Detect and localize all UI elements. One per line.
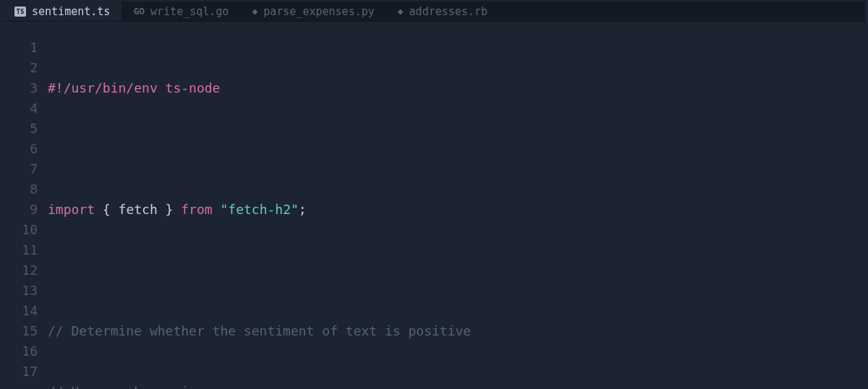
ts-icon: TS <box>14 7 26 17</box>
python-icon: ◆ <box>252 7 258 17</box>
line-number: 3 <box>3 78 38 98</box>
line-number: 6 <box>3 139 38 159</box>
code-editor[interactable]: 1 2 3 4 5 6 7 8 9 10 11 12 13 14 15 16 1… <box>3 22 865 389</box>
line-number: 16 <box>3 341 38 362</box>
code-line[interactable] <box>48 260 865 281</box>
code-area[interactable]: #!/usr/bin/env ts-node import { fetch } … <box>48 38 865 389</box>
go-icon: GO <box>133 7 145 17</box>
line-number: 7 <box>3 159 38 179</box>
keyword: import <box>48 202 95 217</box>
tab-addresses-rb[interactable]: ◆ addresses.rb <box>386 1 499 21</box>
code-line[interactable]: import { fetch } from "fetch-h2"; <box>48 200 865 220</box>
line-number: 11 <box>3 240 38 260</box>
comment: // Determine whether the sentiment of te… <box>48 323 471 338</box>
code-line[interactable]: // Use a web service <box>48 382 865 389</box>
tab-label: sentiment.ts <box>32 1 110 22</box>
shebang: #!/usr/bin/env ts-node <box>48 80 220 95</box>
line-number: 4 <box>3 98 38 119</box>
line-number: 1 <box>3 38 38 58</box>
line-number: 15 <box>3 321 38 341</box>
comment: // Use a web service <box>48 384 205 389</box>
line-number: 9 <box>3 200 38 220</box>
tab-sentiment-ts[interactable]: TS sentiment.ts <box>3 1 122 21</box>
line-number: 5 <box>3 119 38 139</box>
line-number: 14 <box>3 301 38 321</box>
tab-label: parse_expenses.py <box>263 1 375 22</box>
tab-bar: TS sentiment.ts GO write_sql.go ◆ parse_… <box>3 1 865 22</box>
line-number: 8 <box>3 179 38 200</box>
tab-label: write_sql.go <box>150 1 229 22</box>
ruby-icon: ◆ <box>398 7 404 17</box>
tab-parse-expenses-py[interactable]: ◆ parse_expenses.py <box>240 1 386 21</box>
tab-write-sql-go[interactable]: GO write_sql.go <box>122 1 240 21</box>
line-number: 13 <box>3 281 38 301</box>
line-number: 12 <box>3 260 38 281</box>
line-number: 10 <box>3 220 38 240</box>
editor-frame: TS sentiment.ts GO write_sql.go ◆ parse_… <box>0 0 868 389</box>
line-number-gutter: 1 2 3 4 5 6 7 8 9 10 11 12 13 14 15 16 1… <box>3 38 48 389</box>
line-number: 17 <box>3 362 38 382</box>
code-line[interactable]: #!/usr/bin/env ts-node <box>48 78 865 98</box>
code-line[interactable]: // Determine whether the sentiment of te… <box>48 321 865 341</box>
tab-label: addresses.rb <box>409 1 488 22</box>
code-line[interactable] <box>48 139 865 159</box>
line-number: 2 <box>3 58 38 78</box>
